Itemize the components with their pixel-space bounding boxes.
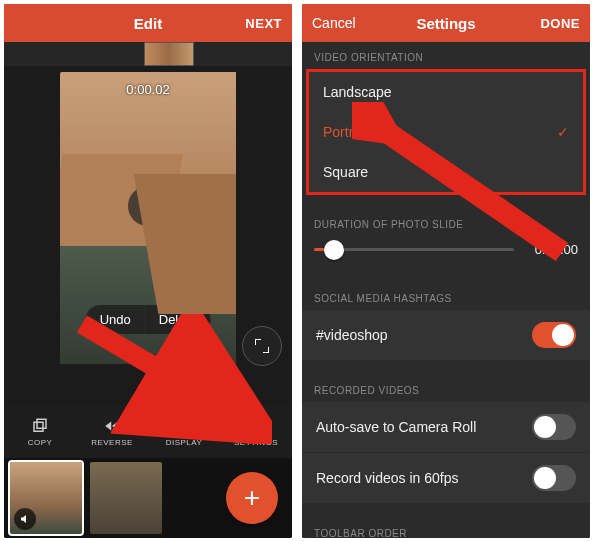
svg-point-5 [180, 421, 183, 424]
settings-screen: Cancel Settings DONE VIDEO ORIENTATION L… [302, 4, 590, 538]
plus-icon: + [244, 482, 260, 514]
settings-body[interactable]: VIDEO ORIENTATION Landscape Portrait ✓ S… [302, 42, 590, 538]
toolbar-display-label: DISPLAY [166, 438, 203, 447]
autosave-row[interactable]: Auto-save to Camera Roll [302, 402, 590, 453]
sixtyfps-switch[interactable] [532, 465, 576, 491]
clip-thumb-1[interactable] [10, 462, 82, 534]
sixtyfps-label: Record videos in 60fps [316, 470, 458, 486]
orientation-landscape-label: Landscape [323, 84, 392, 100]
timeline-strip[interactable] [4, 42, 292, 66]
rewind-icon [103, 417, 121, 435]
slider-knob[interactable] [324, 240, 344, 260]
delete-button[interactable]: Delete [145, 305, 211, 334]
section-orientation-title: VIDEO ORIENTATION [302, 42, 590, 69]
next-button[interactable]: NEXT [222, 16, 282, 31]
settings-header: Cancel Settings DONE [302, 4, 590, 42]
video-preview[interactable]: 0:00.02 Undo Delete [60, 72, 236, 364]
sixtyfps-row[interactable]: Record videos in 60fps [302, 453, 590, 504]
toolbar-copy-label: COPY [28, 438, 53, 447]
orientation-group: Landscape Portrait ✓ Square [306, 69, 586, 195]
edit-screen: Edit NEXT 0:00.02 Undo Delete COPY [4, 4, 292, 538]
toolbar-reverse[interactable]: REVERSE [76, 406, 148, 458]
speaker-icon [19, 513, 31, 525]
preview-stage: 0:00.02 Undo Delete [4, 66, 292, 406]
toolbar-copy[interactable]: COPY [4, 406, 76, 458]
duration-value: 0:02.00 [524, 242, 578, 257]
edit-pill: Undo Delete [86, 305, 211, 334]
svg-rect-1 [37, 419, 46, 428]
toolbar-reverse-label: REVERSE [91, 438, 133, 447]
fullscreen-button[interactable] [242, 326, 282, 366]
section-toolbar-order-title: TOOLBAR ORDER [302, 518, 590, 538]
copy-icon [31, 417, 49, 435]
done-button[interactable]: DONE [520, 16, 580, 31]
edit-toolbar: COPY REVERSE DISPLAY SETTINGS [4, 406, 292, 458]
toolbar-display[interactable]: DISPLAY [148, 406, 220, 458]
hashtags-value: #videoshop [316, 327, 388, 343]
clip-thumb-2[interactable] [90, 462, 162, 534]
toolbar-settings-label: SETTINGS [234, 438, 278, 447]
orientation-square-label: Square [323, 164, 368, 180]
play-button[interactable] [128, 186, 168, 226]
section-hashtags-title: SOCIAL MEDIA HASHTAGS [302, 283, 590, 310]
clip-tray: + [4, 458, 292, 538]
svg-point-6 [186, 425, 189, 428]
edit-title: Edit [134, 15, 162, 32]
orientation-portrait-label: Portrait [323, 124, 368, 140]
undo-button[interactable]: Undo [86, 305, 145, 334]
autosave-switch[interactable] [532, 414, 576, 440]
section-duration-title: DURATION OF PHOTO SLIDE [302, 209, 590, 236]
mute-button[interactable] [14, 508, 36, 530]
edit-header: Edit NEXT [4, 4, 292, 42]
orientation-square[interactable]: Square [309, 152, 583, 192]
svg-rect-0 [34, 422, 43, 431]
hashtags-row[interactable]: #videoshop [302, 310, 590, 361]
fullscreen-icon [255, 339, 269, 353]
cancel-button[interactable]: Cancel [312, 15, 372, 31]
autosave-label: Auto-save to Camera Roll [316, 419, 476, 435]
sliders-icon [175, 417, 193, 435]
settings-title: Settings [416, 15, 475, 32]
orientation-landscape[interactable]: Landscape [309, 72, 583, 112]
hashtags-switch[interactable] [532, 322, 576, 348]
duration-slider[interactable] [314, 248, 514, 251]
svg-point-7 [181, 428, 184, 431]
section-recorded-title: RECORDED VIDEOS [302, 375, 590, 402]
orientation-portrait[interactable]: Portrait ✓ [309, 112, 583, 152]
gear-icon [247, 417, 265, 435]
duration-slider-row: 0:02.00 [302, 236, 590, 269]
check-icon: ✓ [557, 124, 569, 140]
timeline-clip[interactable] [144, 42, 194, 66]
toolbar-settings[interactable]: SETTINGS [220, 406, 292, 458]
timestamp: 0:00.02 [126, 82, 169, 97]
add-clip-button[interactable]: + [226, 472, 278, 524]
